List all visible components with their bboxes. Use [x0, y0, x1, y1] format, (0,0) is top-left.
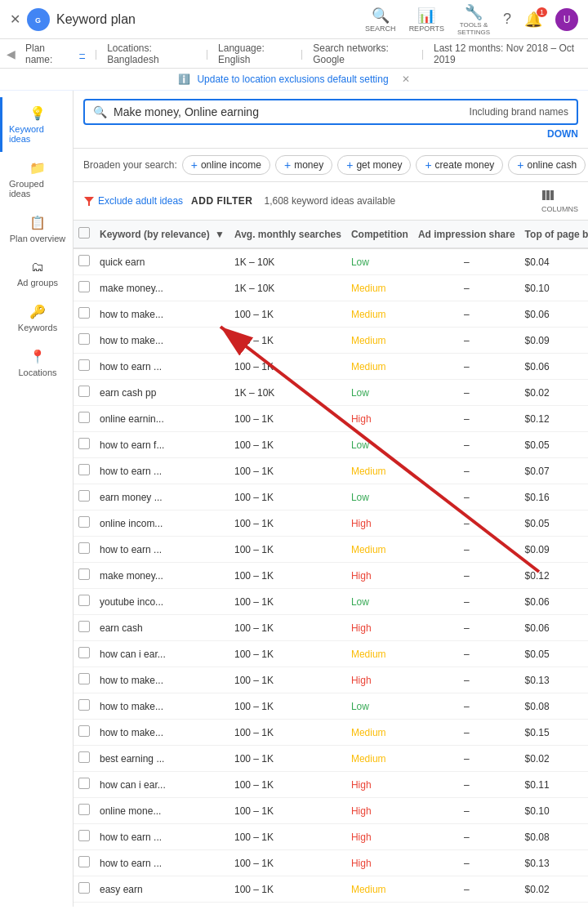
row-keyword: make money...: [95, 563, 229, 589]
row-checkbox[interactable]: [74, 772, 95, 798]
row-keyword: online incom...: [95, 511, 229, 537]
row-ad-impression: –: [413, 850, 520, 876]
broaden-chip-money[interactable]: + money: [275, 155, 332, 175]
row-checkbox[interactable]: [74, 876, 95, 903]
reports-nav-icon[interactable]: 📊 REPORTS: [409, 7, 444, 33]
svg-rect-4: [546, 190, 550, 200]
row-checkbox[interactable]: [74, 746, 95, 772]
header-checkbox[interactable]: [74, 221, 95, 248]
row-competition: High: [346, 850, 413, 876]
app-logo: G: [27, 8, 50, 31]
row-avg: 100 – 1K: [229, 876, 346, 903]
row-ad-impression: –: [413, 589, 520, 615]
table-row: make money... 1K – 10K Medium – $0.10 $2…: [74, 275, 588, 301]
row-checkbox[interactable]: [74, 432, 95, 458]
row-avg: 100 – 1K: [229, 693, 346, 720]
row-bid-low: $0.11: [520, 903, 588, 907]
row-avg: 100 – 1K: [229, 406, 346, 432]
broaden-bar: Broaden your search: + online income + m…: [74, 149, 588, 182]
broaden-chip-get-money[interactable]: + get money: [337, 155, 411, 175]
help-icon[interactable]: ?: [503, 11, 511, 28]
nav-back-arrow[interactable]: ◀: [7, 47, 16, 60]
row-ad-impression: –: [413, 772, 520, 798]
row-checkbox[interactable]: [74, 275, 95, 301]
row-checkbox[interactable]: [74, 903, 95, 907]
row-checkbox[interactable]: [74, 406, 95, 432]
header-keyword[interactable]: Keyword (by relevance) ▼: [95, 221, 229, 248]
plan-name-link[interactable]: –: [79, 48, 85, 60]
svg-rect-5: [550, 190, 554, 200]
sidebar-item-keywords[interactable]: 🔑 Keywords: [0, 296, 73, 341]
tools-nav-icon[interactable]: 🔧 TOOLS &SETTINGS: [457, 3, 490, 36]
row-checkbox[interactable]: [74, 328, 95, 354]
row-checkbox[interactable]: [74, 589, 95, 615]
row-checkbox[interactable]: [74, 824, 95, 850]
row-checkbox[interactable]: [74, 667, 95, 693]
row-bid-low: $0.07: [520, 458, 588, 484]
table-row: online mone... 100 – 1K High – $0.10 $6.…: [74, 798, 588, 824]
broaden-chip-create-money[interactable]: + create money: [416, 155, 503, 175]
sidebar-item-plan-overview[interactable]: 📋 Plan overview: [0, 207, 73, 252]
row-bid-low: $0.10: [520, 275, 588, 301]
sidebar-item-keyword-ideas[interactable]: 💡 Keyword ideas: [0, 97, 73, 152]
sidebar-item-locations[interactable]: 📍 Locations: [0, 341, 73, 386]
search-nav-icon[interactable]: 🔍 SEARCH: [365, 7, 396, 33]
avatar[interactable]: U: [555, 8, 578, 31]
row-checkbox[interactable]: [74, 641, 95, 667]
close-icon[interactable]: ✕: [10, 11, 20, 27]
plus-icon: +: [425, 158, 431, 172]
row-keyword: youtube inco...: [95, 589, 229, 615]
sidebar-item-label: Keywords: [18, 323, 57, 332]
notification-icon[interactable]: 🔔 1: [524, 11, 542, 29]
exclude-adult-filter[interactable]: Exclude adult ideas: [83, 195, 183, 207]
add-filter-button[interactable]: ADD FILTER: [191, 195, 252, 207]
table-row: how to earn ... 100 – 1K High – $0.13 $5…: [74, 850, 588, 876]
row-avg: 100 – 1K: [229, 615, 346, 641]
table-row: how to earn ... 100 – 1K Medium – $0.07 …: [74, 458, 588, 484]
row-competition: Medium: [346, 301, 413, 328]
broaden-chip-online-income[interactable]: + online income: [182, 155, 270, 175]
row-checkbox[interactable]: [74, 563, 95, 589]
row-checkbox[interactable]: [74, 380, 95, 406]
keywords-table: Keyword (by relevance) ▼ Avg. monthly se…: [74, 221, 588, 907]
top-icons: 🔍 SEARCH 📊 REPORTS 🔧 TOOLS &SETTINGS ? 🔔…: [365, 3, 578, 36]
row-checkbox[interactable]: [74, 615, 95, 641]
row-bid-low: $0.05: [520, 511, 588, 537]
table-row: how can i ear... 100 – 1K Medium – $0.05…: [74, 641, 588, 667]
row-competition: Low: [346, 589, 413, 615]
sidebar-item-grouped-ideas[interactable]: 📁 Grouped ideas: [0, 152, 73, 207]
row-checkbox[interactable]: [74, 301, 95, 328]
columns-button[interactable]: COLUMNS: [541, 189, 578, 213]
row-ad-impression: –: [413, 693, 520, 720]
row-checkbox[interactable]: [74, 354, 95, 380]
top-bar-left: ✕ G Keyword plan: [10, 8, 365, 31]
row-ad-impression: –: [413, 667, 520, 693]
sidebar-item-label: Plan overview: [10, 234, 65, 243]
row-checkbox[interactable]: [74, 798, 95, 824]
broaden-chip-online-cash[interactable]: + online cash: [508, 155, 586, 175]
down-button[interactable]: DOWN: [90, 128, 578, 140]
row-avg: 1K – 10K: [229, 248, 346, 275]
row-bid-low: $0.05: [520, 432, 588, 458]
row-ad-impression: –: [413, 275, 520, 301]
row-ad-impression: –: [413, 746, 520, 772]
row-keyword: how to make...: [95, 720, 229, 746]
row-avg: 100 – 1K: [229, 667, 346, 693]
row-ad-impression: –: [413, 484, 520, 511]
row-checkbox[interactable]: [74, 720, 95, 746]
sidebar-item-ad-groups[interactable]: 🗂 Ad groups: [0, 252, 73, 296]
row-checkbox[interactable]: [74, 693, 95, 720]
row-checkbox[interactable]: [74, 511, 95, 537]
row-checkbox[interactable]: [74, 484, 95, 511]
row-checkbox[interactable]: [74, 850, 95, 876]
table-row: online incom... 100 – 1K High – $0.05 $2…: [74, 511, 588, 537]
table-row: make money... 100 – 1K High – $0.12 $1.7…: [74, 563, 588, 589]
notification-close[interactable]: ✕: [402, 74, 410, 85]
row-checkbox[interactable]: [74, 537, 95, 563]
row-competition: High: [346, 667, 413, 693]
row-bid-low: $0.06: [520, 615, 588, 641]
row-checkbox[interactable]: [74, 248, 95, 275]
app-title: Keyword plan: [56, 12, 136, 27]
search-input[interactable]: Make money, Online earning: [114, 105, 463, 118]
row-checkbox[interactable]: [74, 458, 95, 484]
